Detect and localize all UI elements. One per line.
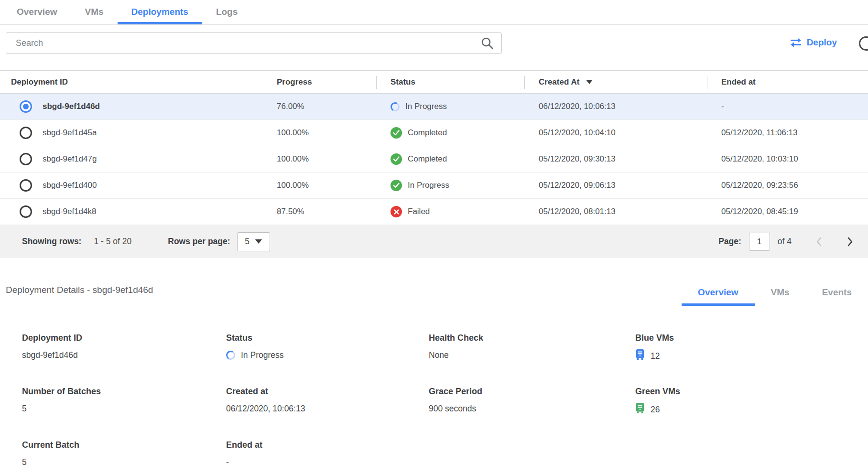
completed-check-icon [391,127,402,139]
progress-cell: 100.00% [255,128,376,138]
detail-field: Health CheckNone [429,333,635,363]
status-text: Failed [408,207,430,216]
sort-desc-icon [586,80,593,84]
page-label: Page: [718,237,741,247]
ended-at-cell: - [707,102,868,111]
status-cell: Completed [376,127,524,139]
deployments-table: Deployment ID Progress Status Created At… [0,70,868,258]
completed-check-icon [391,153,402,165]
detail-field-value: sbgd-9ef1d46d [22,349,226,361]
column-header-deployment-id[interactable]: Deployment ID [0,71,255,93]
detail-field: Ended at- [226,440,429,468]
swap-arrows-icon [790,37,802,48]
details-tab-overview[interactable]: Overview [682,287,755,306]
table-row[interactable]: sbgd-9ef1d46d76.00%In Progress06/12/2020… [0,94,868,120]
detail-field-label: Ended at [226,440,429,450]
progress-cell: 100.00% [255,154,376,164]
deployment-id-value: sbgd-9ef1d4k8 [43,207,96,216]
deployment-id-cell: sbgd-9ef1d46d [0,100,255,113]
top-tab-bar: OverviewVMsDeploymentsLogs [0,0,868,25]
column-header-ended-at[interactable]: Ended at [707,71,868,93]
green-vm-icon [635,403,645,416]
detail-field-label: Created at [226,387,429,397]
detail-field-label: Grace Period [429,387,635,397]
search-input[interactable] [6,32,502,54]
detail-field-value: 26 [635,403,868,416]
nav-tab-deployments[interactable]: Deployments [118,0,202,24]
deployment-id-value: sbgd-9ef1d46d [43,102,100,111]
deployment-id-cell: sbgd-9ef1d47g [0,153,255,165]
column-header-status[interactable]: Status [376,71,524,93]
search-box [6,32,502,54]
table-row[interactable]: sbgd-9ef1d400100.00%In Progress05/12/202… [0,172,868,199]
created-at-cell: 05/12/2020, 10:04:10 [524,128,707,138]
details-tab-bar: OverviewVMsEvents [682,287,868,306]
status-text: Completed [408,128,447,138]
row-select-radio[interactable] [20,127,32,139]
column-header-progress[interactable]: Progress [255,71,376,93]
page-number-input[interactable] [749,233,770,251]
created-at-cell: 05/12/2020, 08:01:13 [524,207,707,216]
row-select-radio[interactable] [20,179,32,192]
table-footer: Showing rows: 1 - 5 of 20 Rows per page:… [0,225,868,258]
deployment-id-cell: sbgd-9ef1d400 [0,179,255,192]
status-text: Completed [408,154,447,164]
chevron-left-icon [814,236,824,248]
in-progress-spinner-icon [390,101,401,112]
detail-field-label: Deployment ID [22,333,226,343]
deploy-button[interactable]: Deploy [789,35,838,50]
progress-cell: 76.00% [255,102,376,111]
detail-field-label: Current Batch [22,440,226,450]
detail-field-value: 06/12/2020, 10:06:13 [226,403,429,414]
details-tab-vms[interactable]: VMs [755,287,806,306]
detail-field-value: - [226,456,429,468]
details-title: Deployment Details - sbgd-9ef1d46d [6,285,682,306]
nav-tab-overview[interactable]: Overview [3,0,71,24]
ended-at-cell: 05/12/2020, 08:45:19 [707,207,868,216]
next-page-button[interactable] [843,234,857,249]
refresh-icon[interactable] [859,36,868,51]
details-header: Deployment Details - sbgd-9ef1d46d Overv… [0,285,868,306]
detail-field: Created at06/12/2020, 10:06:13 [226,387,429,416]
previous-page-button[interactable] [813,234,826,249]
detail-field: Grace Period900 seconds [429,387,635,416]
detail-field-label: Number of Batches [22,387,226,397]
nav-tab-logs[interactable]: Logs [202,0,251,24]
row-select-radio[interactable] [20,153,32,165]
status-cell: In Progress [376,180,524,191]
column-header-created-at[interactable]: Created At [524,71,707,93]
rows-per-page-label: Rows per page: [168,237,230,247]
table-row[interactable]: sbgd-9ef1d45a100.00%Completed05/12/2020,… [0,120,868,146]
status-text: In Progress [408,181,449,190]
chevron-down-icon [255,239,262,244]
table-row[interactable]: sbgd-9ef1d47g100.00%Completed05/12/2020,… [0,146,868,172]
detail-field: Green VMs26 [635,387,868,416]
details-tab-events[interactable]: Events [806,287,868,306]
deploy-button-label: Deploy [807,37,837,48]
chevron-right-icon [845,236,855,248]
row-select-radio[interactable] [20,100,32,113]
detail-field-value: In Progress [226,349,429,361]
toolbar: Deploy [0,32,868,54]
detail-field-label: Green VMs [635,387,868,397]
detail-field-label: Health Check [429,333,635,343]
detail-field: Current Batch5 [22,440,226,468]
detail-field: Number of Batches5 [22,387,226,416]
nav-tab-vms[interactable]: VMs [71,0,118,24]
deployment-id-cell: sbgd-9ef1d45a [0,127,255,139]
status-cell: Completed [376,153,524,165]
detail-field-value: 5 [22,456,226,468]
detail-field-value: 12 [635,349,868,363]
completed-check-icon [391,180,402,191]
table-body: sbgd-9ef1d46d76.00%In Progress06/12/2020… [0,94,868,225]
search-icon [481,37,493,49]
detail-field-label: Status [226,333,429,343]
progress-cell: 87.50% [255,207,376,216]
rows-per-page-select[interactable]: 5 [237,232,270,251]
details-grid: Deployment IDsbgd-9ef1d46dStatusIn Progr… [22,333,868,468]
table-row[interactable]: sbgd-9ef1d4k887.50%Failed05/12/2020, 08:… [0,199,868,225]
ended-at-cell: 05/12/2020, 09:23:56 [707,181,868,190]
failed-x-icon [391,206,402,217]
status-cell: In Progress [376,102,524,111]
row-select-radio[interactable] [20,205,32,218]
